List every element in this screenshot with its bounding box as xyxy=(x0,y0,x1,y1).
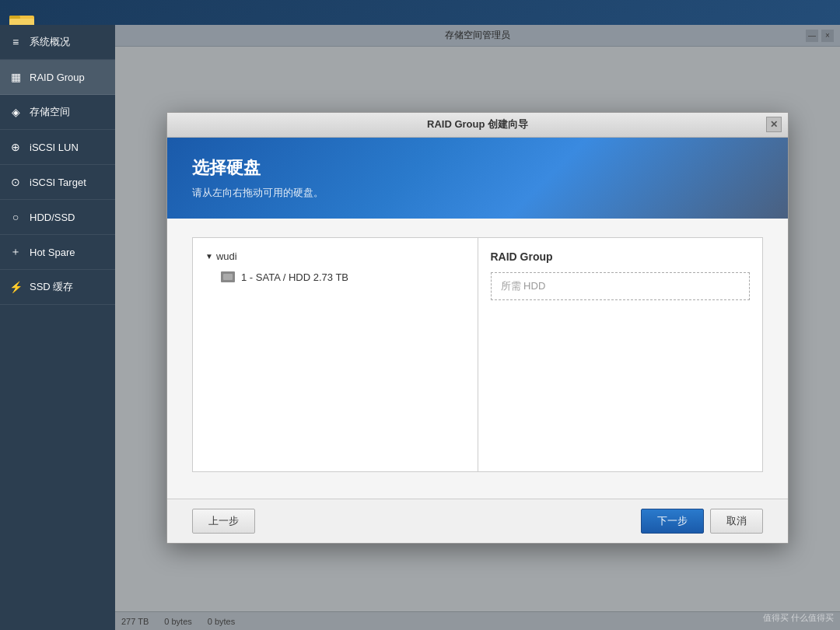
sidebar-item-label: SSD 缓存 xyxy=(30,280,73,294)
folder-arrow-icon: ▼ xyxy=(205,252,213,261)
modal-footer: 上一步 下一步 取消 xyxy=(167,499,788,543)
main-area: 存储空间管理员 — × 277 TB 0 bytes 0 bytes RAID … xyxy=(115,25,840,630)
disk-item-1[interactable]: 1 - SATA / HDD 2.73 TB xyxy=(205,268,465,286)
wizard-header-subtitle: 请从左向右拖动可用的硬盘。 xyxy=(192,186,763,200)
raid-placeholder-text: 所需 HDD xyxy=(501,279,546,293)
raid-drop-zone[interactable]: 所需 HDD xyxy=(491,272,751,300)
modal-body: ▼ wudi 1 - SATA / HDD 2.73 TB RAID Group xyxy=(167,219,788,499)
sidebar-item-label: Hot Spare xyxy=(30,247,75,258)
hdd-ssd-icon: ○ xyxy=(8,209,23,225)
modal-close-button[interactable]: ✕ xyxy=(766,117,782,132)
sidebar-item-ssd-cache[interactable]: ⚡ SSD 缓存 xyxy=(0,270,115,305)
sidebar-item-iscsi-lun[interactable]: ⊕ iSCSI LUN xyxy=(0,130,115,165)
raid-group-panel: RAID Group 所需 HDD xyxy=(478,238,763,471)
iscsi-lun-icon: ⊕ xyxy=(8,139,23,155)
wizard-header-title: 选择硬盘 xyxy=(192,156,763,180)
desktop: ≡ 系统概况 ▦ RAID Group ◈ 存储空间 ⊕ iSCSI LUN ⊙… xyxy=(0,0,840,630)
wizard-dialog: RAID Group 创建向导 ✕ 选择硬盘 请从左向右拖动可用的硬盘。 ▼ xyxy=(166,112,789,544)
disk-drive-icon xyxy=(221,271,235,282)
sidebar-item-label: 存储空间 xyxy=(30,105,70,119)
sidebar: ≡ 系统概况 ▦ RAID Group ◈ 存储空间 ⊕ iSCSI LUN ⊙… xyxy=(0,25,115,630)
raid-group-icon: ▦ xyxy=(8,69,23,85)
raid-group-label: RAID Group xyxy=(491,250,751,263)
modal-header: 选择硬盘 请从左向右拖动可用的硬盘。 xyxy=(167,138,788,219)
next-button[interactable]: 下一步 xyxy=(641,509,704,534)
folder-name: wudi xyxy=(216,250,237,262)
sidebar-item-raid-group[interactable]: ▦ RAID Group xyxy=(0,60,115,95)
folder-label: ▼ wudi xyxy=(205,250,465,262)
sidebar-item-label: HDD/SSD xyxy=(30,212,75,223)
disk-selection-area: ▼ wudi 1 - SATA / HDD 2.73 TB RAID Group xyxy=(192,237,763,472)
watermark: 值得买 什么值得买 xyxy=(763,612,834,624)
modal-title: RAID Group 创建向导 xyxy=(427,117,528,131)
footer-right: 下一步 取消 xyxy=(641,509,763,534)
modal-titlebar: RAID Group 创建向导 ✕ xyxy=(167,113,788,138)
cancel-button[interactable]: 取消 xyxy=(710,509,763,534)
sidebar-item-hdd-ssd[interactable]: ○ HDD/SSD xyxy=(0,200,115,235)
system-overview-icon: ≡ xyxy=(8,34,23,50)
sidebar-item-label: iSCSI Target xyxy=(30,177,86,188)
hot-spare-icon: ＋ xyxy=(8,244,23,260)
sidebar-item-storage-space[interactable]: ◈ 存储空间 xyxy=(0,95,115,130)
storage-space-icon: ◈ xyxy=(8,104,23,120)
disk-name: 1 - SATA / HDD 2.73 TB xyxy=(241,271,348,283)
sidebar-item-hot-spare[interactable]: ＋ Hot Spare xyxy=(0,235,115,270)
footer-left: 上一步 xyxy=(192,509,255,534)
available-disks-panel: ▼ wudi 1 - SATA / HDD 2.73 TB xyxy=(193,238,478,471)
sidebar-item-label: RAID Group xyxy=(30,72,85,83)
sidebar-item-label: 系统概况 xyxy=(30,35,70,49)
iscsi-target-icon: ⊙ xyxy=(8,174,23,190)
ssd-cache-icon: ⚡ xyxy=(8,279,23,295)
sidebar-item-system-overview[interactable]: ≡ 系统概况 xyxy=(0,25,115,60)
sidebar-item-iscsi-target[interactable]: ⊙ iSCSI Target xyxy=(0,165,115,200)
sidebar-item-label: iSCSI LUN xyxy=(30,142,79,153)
modal-overlay: RAID Group 创建向导 ✕ 选择硬盘 请从左向右拖动可用的硬盘。 ▼ xyxy=(115,25,840,630)
prev-button[interactable]: 上一步 xyxy=(192,509,255,534)
